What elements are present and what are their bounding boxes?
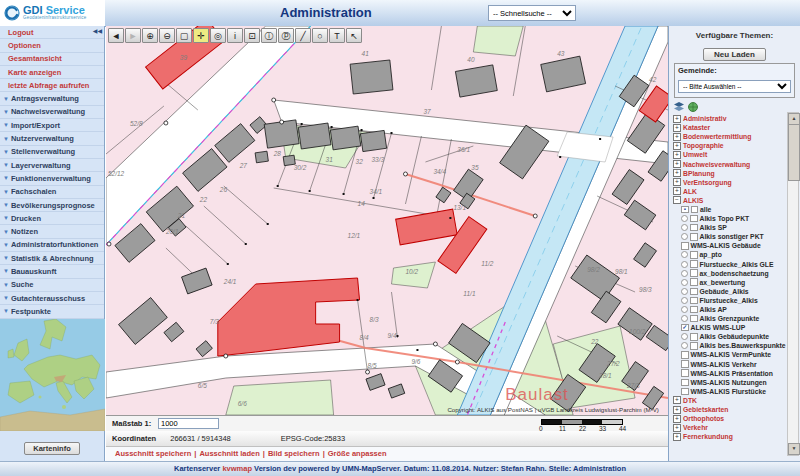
layer-radio[interactable] [681, 315, 688, 322]
layer-label[interactable]: ax_bewertung [700, 279, 746, 286]
tree-expander-icon[interactable]: − [673, 196, 681, 204]
tree-expander-icon[interactable]: + [673, 124, 681, 132]
layer-label[interactable]: Alkis Topo PKT [700, 215, 750, 222]
layer-label[interactable]: Gebäude_Alkis [700, 288, 749, 295]
layer-label[interactable]: ap_pto [700, 251, 722, 258]
layer-category-label[interactable]: ALK [683, 188, 697, 195]
layer-label[interactable]: Alkis sonstiger PKT [700, 233, 764, 240]
layer-radio[interactable] [681, 224, 688, 231]
layer-alkis-bes-bauwerkspunkte[interactable]: Alkis bes.Bauwerkspunkte [681, 341, 785, 350]
info-button[interactable]: i [227, 28, 243, 43]
layer-wms-alkis-gebaeude[interactable]: WMS-ALKIS Gebäude [681, 241, 785, 250]
layer-category-fernerkundung[interactable]: +Fernerkundung [673, 432, 785, 441]
scrollbar-down-arrow[interactable]: ▼ [788, 443, 800, 455]
tree-scrollbar[interactable]: ▲ ▼ [787, 112, 799, 456]
layer-category-topographie[interactable]: +Topographie [673, 141, 785, 150]
layer-alle[interactable]: ▪alle [681, 205, 785, 214]
map-action-ausschnitt-speichern[interactable]: Ausschnitt speichern [115, 449, 191, 458]
sidebar-section-antragsverwaltung[interactable]: ▼Antragsverwaltung [0, 92, 104, 105]
select-all-checkbox[interactable] [691, 206, 699, 214]
layer-checkbox[interactable]: ✓ [681, 324, 689, 332]
layer-checkbox[interactable] [690, 333, 698, 341]
layer-radio[interactable] [681, 342, 688, 349]
layer-radio[interactable] [681, 288, 688, 295]
layer-checkbox[interactable] [690, 297, 698, 305]
layer-checkbox[interactable] [681, 360, 689, 368]
layer-checkbox[interactable] [681, 379, 689, 387]
sidebar-section-nutzerverwaltung[interactable]: ▼Nutzerverwaltung [0, 132, 104, 145]
tree-expander-icon[interactable]: + [673, 433, 681, 441]
zoom-box-button[interactable]: ▢ [176, 28, 192, 43]
sidebar-section-funktionenverwaltung[interactable]: ▼Funktionenverwaltung [0, 172, 104, 185]
layer-ap-pto[interactable]: ap_pto [681, 250, 785, 259]
sidebar-section-bevoelkerungsprognose[interactable]: ▼Bevölkerungsprognose [0, 199, 104, 212]
layer-radio[interactable] [681, 251, 688, 258]
layer-category-label[interactable]: BPlanung [683, 170, 715, 177]
layer-checkbox[interactable] [690, 251, 698, 259]
scale-input[interactable] [158, 418, 219, 429]
layer-radio[interactable] [681, 306, 688, 313]
layer-checkbox[interactable] [681, 369, 689, 377]
karteninfo-button[interactable]: Karteninfo [24, 442, 80, 455]
layer-radio[interactable] [681, 333, 688, 340]
tree-expander-icon[interactable]: + [673, 142, 681, 150]
sidebar-section-stellenverwaltung[interactable]: ▼Stellenverwaltung [0, 146, 104, 159]
layer-category-label[interactable]: DTK [683, 397, 697, 404]
layer-label[interactable]: ax_bodenschaetzung [700, 270, 769, 277]
layer-alkis-ap[interactable]: Alkis AP [681, 305, 785, 314]
layer-checkbox[interactable] [690, 315, 698, 323]
layer-wms-alkis-verkehr[interactable]: WMS-ALKIS Verkehr [681, 360, 785, 369]
layer-category-verentsorgung[interactable]: +VerEntsorgung [673, 178, 785, 187]
layer-category-administrativ[interactable]: +Administrativ [673, 114, 785, 123]
layer-category-label[interactable]: Topographie [683, 142, 724, 149]
layer-label[interactable]: WMS-ALKIS VermPunkte [691, 351, 771, 358]
layer-label[interactable]: Flurstuecke_Alkis [700, 297, 758, 304]
sidebar-section-layerverwaltung[interactable]: ▼Layerverwaltung [0, 159, 104, 172]
sidebar-collapse-icon[interactable]: ◀◀ [93, 27, 102, 34]
sidebar-section-fachschalen[interactable]: ▼Fachschalen [0, 186, 104, 199]
layer-category-bplanung[interactable]: +BPlanung [673, 169, 785, 178]
layer-gebaeude-alkis[interactable]: Gebäude_Alkis [681, 287, 785, 296]
kvwmap-link[interactable]: kvwmap [222, 464, 252, 473]
layer-category-label[interactable]: Kataster [683, 124, 710, 131]
sidebar-section-suche[interactable]: ▼Suche [0, 279, 104, 292]
layer-category-verkehr[interactable]: +Verkehr [673, 423, 785, 432]
legend-globe-icon[interactable] [688, 102, 698, 112]
back-button[interactable]: ◄ [108, 28, 124, 43]
sidebar-section-drucken[interactable]: ▼Drucken [0, 212, 104, 225]
layer-wms-alkis-vermpunkte[interactable]: WMS-ALKIS VermPunkte [681, 350, 785, 359]
sidebar-link-gesamtansicht[interactable]: Gesamtansicht [0, 53, 104, 66]
layer-alkis-sonstiger-pkt[interactable]: Alkis sonstiger PKT [681, 232, 785, 241]
sidebar-section-statistik-abrechnung[interactable]: ▼Statistik & Abrechnung [0, 252, 104, 265]
layer-alkis-gebaeudepunkte[interactable]: Alkis Gebäudepunkte [681, 332, 785, 341]
layer-checkbox[interactable] [690, 269, 698, 277]
layer-wms-alkis-flurstuecke[interactable]: WMS-ALKIS Flurstücke [681, 387, 785, 396]
tree-expander-icon[interactable]: + [673, 115, 681, 123]
layer-flurstuecke-alkis[interactable]: Flurstuecke_Alkis [681, 296, 785, 305]
tree-expander-icon[interactable]: + [673, 178, 681, 186]
sidebar-link-logout[interactable]: Logout [0, 26, 104, 39]
circle-select-button[interactable]: ○ [312, 28, 328, 43]
query-polygon-button[interactable]: ⓟ [278, 28, 294, 43]
sidebar-link-letzte-abfrage-aufrufen[interactable]: letzte Abfrage aufrufen [0, 79, 104, 92]
zoom-in-button[interactable]: ⊕ [142, 28, 158, 43]
layer-tree-icon[interactable] [674, 102, 684, 112]
tree-expander-icon[interactable]: + [673, 169, 681, 177]
reload-themes-button[interactable]: Neu Laden [703, 48, 766, 61]
layer-category-label[interactable]: Fernerkundung [683, 433, 733, 440]
layer-checkbox[interactable] [690, 288, 698, 296]
layer-checkbox[interactable] [681, 351, 689, 359]
select-all-toggle[interactable]: ▪ [681, 206, 689, 214]
sidebar-link-karte-anzeigen[interactable]: Karte anzeigen [0, 66, 104, 79]
layer-radio[interactable] [681, 233, 688, 240]
tree-expander-icon[interactable]: + [673, 187, 681, 195]
layer-flurstuecke-alkis-gle[interactable]: Flurstuecke_Alkis GLE [681, 260, 785, 269]
text-button[interactable]: T [329, 28, 345, 43]
layer-checkbox[interactable] [690, 260, 698, 268]
tree-expander-icon[interactable]: + [673, 396, 681, 404]
layer-label[interactable]: Alkis bes.Bauwerkspunkte [700, 342, 786, 349]
tree-expander-icon[interactable]: + [673, 133, 681, 141]
layer-label[interactable]: Alkis SP [700, 224, 727, 231]
layer-label[interactable]: Alkis AP [700, 306, 727, 313]
layer-category-label[interactable]: Nachweisverwaltung [683, 161, 750, 168]
